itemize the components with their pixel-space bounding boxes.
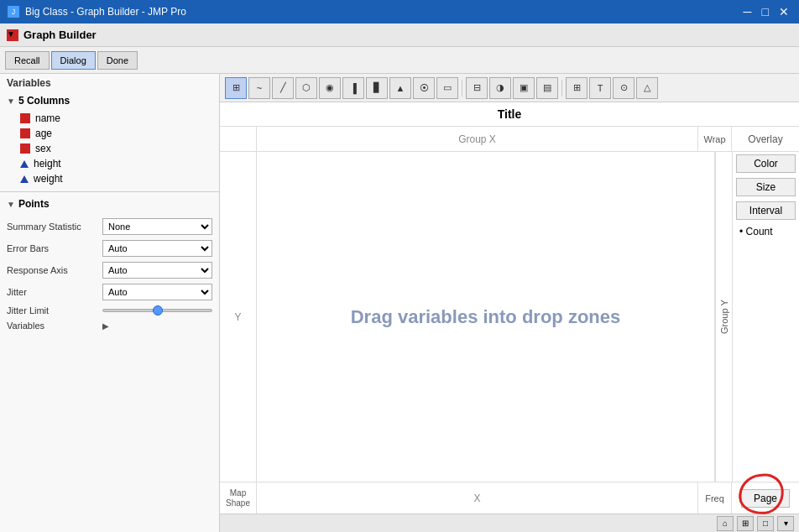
pie-icon-btn[interactable]: ◑	[489, 77, 511, 99]
overlay-zone[interactable]: Overlay	[732, 127, 799, 151]
table-icon-btn[interactable]: ⊞	[566, 77, 588, 99]
summary-statistic-label: Summary Statistic	[7, 222, 99, 232]
contour-icon-btn[interactable]: ◉	[319, 77, 341, 99]
maximize-button[interactable]: □	[759, 5, 772, 18]
variables-expand-arrow[interactable]: ▶	[102, 321, 109, 331]
column-item-weight[interactable]: weight	[0, 171, 219, 186]
section-collapse-icon[interactable]: ▼	[7, 29, 18, 41]
icon-toolbar: ⊞ ~ ╱ ⬡ ◉ ▐ ▊ ▲ ⦿ ▭ ⊟ ◑ ▣ ▤ ⊞ T ⊙ △	[220, 74, 799, 102]
jitter-label: Jitter	[7, 287, 99, 297]
close-button[interactable]: ✕	[776, 5, 792, 18]
box-icon-btn[interactable]: ▭	[436, 77, 458, 99]
status-btn-home[interactable]: ⌂	[717, 516, 734, 531]
toolbar-separator-1	[462, 80, 462, 96]
error-bars-row: Error Bars Auto	[0, 237, 219, 259]
response-axis-row: Response Axis Auto	[0, 259, 219, 281]
variables-row: Variables ▶	[0, 318, 219, 333]
graph-bottom-row: MapShape X Freq Page	[220, 482, 799, 514]
range-icon-btn[interactable]: ⦿	[413, 77, 435, 99]
status-btn-grid[interactable]: ⊞	[737, 516, 754, 531]
y-axis-label[interactable]: Y	[220, 152, 257, 482]
map-shape-label: MapShape	[226, 488, 250, 509]
error-bars-label: Error Bars	[7, 243, 99, 253]
graph-top-row: Group X Wrap Overlay	[220, 127, 799, 152]
column-label-weight: weight	[34, 173, 63, 185]
recall-button[interactable]: Recall	[5, 51, 50, 70]
variables-section-label: Variables	[0, 74, 219, 92]
columns-count: 5 Columns	[18, 95, 70, 107]
status-btn-window[interactable]: □	[757, 516, 774, 531]
page-zone: Page	[732, 482, 799, 514]
column-item-age[interactable]: age	[0, 126, 219, 141]
done-button[interactable]: Done	[97, 51, 138, 70]
column-item-height[interactable]: height	[0, 156, 219, 171]
treemap-icon-btn[interactable]: ▣	[513, 77, 535, 99]
response-axis-label: Response Axis	[7, 265, 99, 275]
graph-title: Title	[220, 102, 799, 127]
mosaic-icon-btn[interactable]: ▤	[536, 77, 558, 99]
left-panel: Variables ▼ 5 Columns name age sex	[0, 74, 220, 532]
dialog-button[interactable]: Dialog	[51, 51, 96, 70]
toolbar-separator-2	[561, 80, 562, 96]
map1-icon-btn[interactable]: ⊙	[613, 77, 634, 99]
jitter-limit-slider-container[interactable]	[102, 309, 212, 312]
interval-button[interactable]: Interval	[736, 201, 796, 220]
graph-grid: Group X Wrap Overlay Y Drag variables in…	[220, 127, 799, 514]
grid-icon-btn[interactable]: ⊞	[225, 77, 247, 99]
nominal-icon-sex	[20, 143, 30, 154]
area-icon-btn[interactable]: ▲	[389, 77, 411, 99]
minimize-button[interactable]: ─	[740, 5, 755, 18]
jitter-limit-track	[102, 309, 212, 312]
right-props-panel: Color Size Interval • Count	[732, 152, 799, 482]
hexbin-icon-btn[interactable]: ⬡	[295, 77, 317, 99]
column-item-sex[interactable]: sex	[0, 141, 219, 156]
column-label-age: age	[35, 128, 52, 139]
group-x-zone[interactable]: Group X	[257, 127, 698, 151]
jitter-limit-row: Jitter Limit	[0, 303, 219, 318]
jitter-limit-thumb[interactable]	[153, 305, 163, 316]
status-bar: ⌂ ⊞ □ ▾	[220, 514, 799, 532]
points-section-label: Points	[18, 198, 50, 210]
jitter-select[interactable]: Auto	[102, 284, 212, 300]
scatter-icon-btn[interactable]: ~	[248, 77, 270, 99]
line-icon-btn[interactable]: ╱	[272, 77, 294, 99]
status-btn-arrow[interactable]: ▾	[777, 516, 794, 531]
heatmap-icon-btn[interactable]: ⊟	[466, 77, 488, 99]
response-axis-select[interactable]: Auto	[102, 262, 212, 279]
graph-container: Title Group X Wrap Overlay Y	[220, 102, 799, 514]
map-shape-zone[interactable]: MapShape	[220, 482, 257, 514]
main-plot[interactable]: Drag variables into drop zones	[257, 152, 715, 482]
nominal-icon-name	[20, 113, 30, 123]
window-header: ▼ Graph Builder	[0, 23, 799, 47]
continuous-icon-height	[20, 160, 29, 168]
color-button[interactable]: Color	[736, 154, 796, 173]
bar-icon-btn[interactable]: ▐	[342, 77, 364, 99]
points-collapse-arrow: ▼	[7, 200, 15, 209]
error-bars-select[interactable]: Auto	[102, 240, 212, 257]
nominal-icon-age	[20, 128, 30, 138]
right-panel: ⊞ ~ ╱ ⬡ ◉ ▐ ▊ ▲ ⦿ ▭ ⊟ ◑ ▣ ▤ ⊞ T ⊙ △	[220, 74, 799, 532]
group-y-zone[interactable]: Group Y	[715, 152, 732, 482]
summary-statistic-row: Summary Statistic None	[0, 216, 219, 237]
map2-icon-btn[interactable]: △	[636, 77, 658, 99]
panel-divider	[0, 191, 219, 192]
points-collapse-header[interactable]: ▼ Points	[0, 196, 219, 212]
page-button[interactable]: Page	[741, 489, 790, 508]
graph-middle-row: Y Drag variables into drop zones Group Y…	[220, 152, 799, 482]
x-zone[interactable]: X	[257, 482, 698, 514]
size-button[interactable]: Size	[736, 178, 796, 196]
app-icon: J	[7, 5, 20, 18]
columns-collapse-header[interactable]: ▼ 5 Columns	[0, 92, 219, 109]
column-label-sex: sex	[35, 143, 51, 154]
freq-zone[interactable]: Freq	[698, 482, 732, 514]
column-item-name[interactable]: name	[0, 111, 219, 126]
count-label: • Count	[733, 222, 799, 241]
jitter-row: Jitter Auto	[0, 281, 219, 303]
summary-statistic-select[interactable]: None	[102, 218, 212, 235]
text-icon-btn[interactable]: T	[589, 77, 611, 99]
histogram-icon-btn[interactable]: ▊	[366, 77, 388, 99]
continuous-icon-weight	[20, 175, 29, 183]
wrap-zone[interactable]: Wrap	[698, 127, 732, 151]
window-title: Big Class - Graph Builder - JMP Pro	[25, 6, 186, 18]
window-header-title: Graph Builder	[24, 29, 97, 41]
